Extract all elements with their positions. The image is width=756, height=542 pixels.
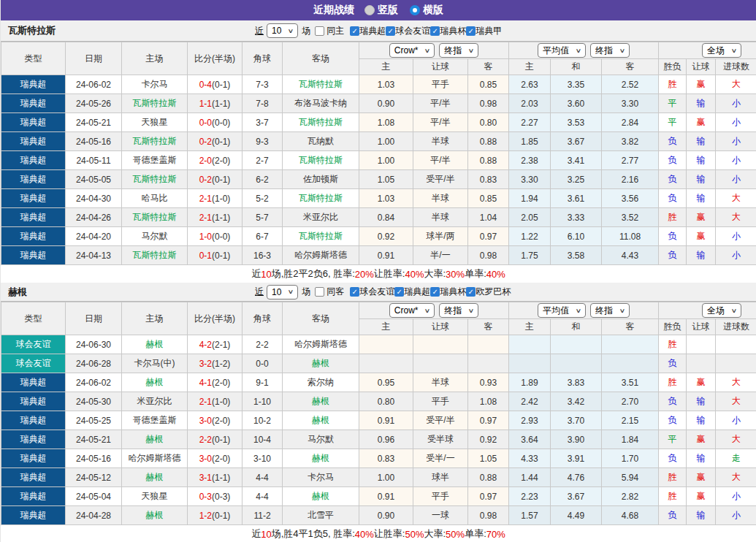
halftime-score: (0-1) <box>212 251 230 261</box>
result-cell: 负 <box>659 246 687 265</box>
home-team-name: 卡尔马(中) <box>134 358 175 368</box>
group1-select0[interactable]: 平均值∨ <box>538 43 586 58</box>
away-team: 瓦纳默 <box>283 132 359 151</box>
halftime-score: (0-0) <box>212 232 230 242</box>
corners-cell: 0-0 <box>243 354 283 373</box>
avg-odds-cell: 2.93 <box>509 411 551 430</box>
result-cell: 负 <box>659 132 687 151</box>
crow-odds-cell: 半球 <box>413 132 468 151</box>
filter-checkbox-同主[interactable]: 同主 <box>315 25 344 37</box>
group0-select0[interactable]: Crow*∨ <box>389 303 435 318</box>
away-team-name: 瓦斯特拉斯 <box>299 155 343 165</box>
checkbox-checked-icon[interactable]: ✓ <box>466 26 476 36</box>
filter-checkbox-瑞典超[interactable]: ✓瑞典超 <box>350 25 386 37</box>
games-count-select[interactable]: 10∨ <box>267 23 298 38</box>
filter-checkbox-瑞典甲[interactable]: ✓瑞典甲 <box>466 25 502 37</box>
checkbox-checked-icon[interactable]: ✓ <box>386 26 395 36</box>
filter-bar: 近10∨场同主✓瑞典超✓球会友谊✓瑞典杯✓瑞典甲 <box>255 20 502 41</box>
fulltime-score: 1-2 <box>199 511 212 521</box>
filter-checkbox-球会友谊[interactable]: ✓球会友谊 <box>386 25 430 37</box>
avg-odds-cell: 2.63 <box>509 75 551 94</box>
group2-select0[interactable]: 全场∨ <box>702 43 741 58</box>
filter-checkbox-瑞典超[interactable]: ✓瑞典超 <box>394 286 430 298</box>
crow-odds-cell: 0.98 <box>468 506 509 525</box>
avg-odds-cell: 3.52 <box>602 208 659 227</box>
fulltime-score: 2-1 <box>199 213 212 223</box>
near-games-link[interactable]: 近 <box>255 25 264 37</box>
matches-table: 类型日期主场比分(半场)角球客场Crow*∨终指∨平均值∨终指∨全场∨主让球客主… <box>1 302 756 525</box>
group0-select0[interactable]: Crow*∨ <box>389 43 435 58</box>
score-cell: 1-0(0-0) <box>188 227 243 246</box>
group1-select0[interactable]: 平均值∨ <box>538 303 586 318</box>
radio-selected-icon[interactable] <box>410 5 420 15</box>
col-header: 类型 <box>1 42 66 75</box>
score-cell: 4-1(2-0) <box>188 373 243 392</box>
crow-odds-cell: 0.85 <box>468 75 509 94</box>
match-date: 24-04-28 <box>66 506 122 525</box>
filter-checkbox-同客[interactable]: 同客 <box>315 286 344 298</box>
checkbox-label: 瑞典杯 <box>440 286 466 298</box>
subcol-header: 主 <box>359 319 413 335</box>
league-badge: 瑞典超 <box>1 189 66 208</box>
checkbox-icon[interactable] <box>315 287 324 297</box>
chevron-down-icon: ∨ <box>424 47 431 54</box>
checkbox-checked-icon[interactable]: ✓ <box>430 287 440 297</box>
filter-checkbox-瑞典杯[interactable]: ✓瑞典杯 <box>430 286 466 298</box>
filter-checkbox-球会友谊[interactable]: ✓球会友谊 <box>350 286 394 298</box>
away-team: 马尔默 <box>283 430 359 449</box>
odds-group-selects: Crow*∨终指∨ <box>359 43 508 58</box>
league-badge: 瑞典超 <box>1 506 66 525</box>
result-cell: 输 <box>687 170 716 189</box>
checkbox-checked-icon[interactable]: ✓ <box>430 26 440 36</box>
crow-odds-cell: 半球 <box>413 373 468 392</box>
home-team-name: 赫根 <box>146 434 164 444</box>
avg-odds-cell <box>551 354 602 373</box>
corners-cell: 10-2 <box>243 411 283 430</box>
checkbox-checked-icon[interactable]: ✓ <box>350 26 359 36</box>
halftime-score: (0-0) <box>212 118 230 128</box>
crow-odds-cell: 半球 <box>413 208 468 227</box>
away-team: 瓦斯特拉斯 <box>283 227 359 246</box>
result-cell: 负 <box>659 506 687 525</box>
home-team-name: 赫根 <box>146 339 164 349</box>
result-cell: 赢 <box>687 373 716 392</box>
subcol-header: 让球 <box>687 59 716 75</box>
score-cell: 3-0(2-0) <box>188 411 243 430</box>
home-team: 赫根 <box>122 468 188 487</box>
odds-group-selects: Crow*∨终指∨ <box>359 303 508 318</box>
subcol-header: 胜负 <box>659 59 687 75</box>
radio-unselected-icon[interactable] <box>364 5 375 15</box>
checkbox-icon[interactable] <box>315 26 324 36</box>
group1-select1[interactable]: 终指∨ <box>590 303 630 318</box>
corners-cell: 6-2 <box>243 170 283 189</box>
checkbox-checked-icon[interactable]: ✓ <box>466 287 476 297</box>
near-games-link[interactable]: 近 <box>255 286 264 298</box>
checkbox-label: 瑞典超 <box>404 286 430 298</box>
crow-odds-cell: 平/半 <box>413 113 468 132</box>
group1-select1[interactable]: 终指∨ <box>590 43 630 58</box>
match-row: 瑞典超24-05-25哥德堡盖斯3-0(2-0)10-2赫根0.91受平/半0.… <box>1 411 756 430</box>
filter-checkbox-瑞典杯[interactable]: ✓瑞典杯 <box>430 25 466 37</box>
filter-checkbox-欧罗巴杯[interactable]: ✓欧罗巴杯 <box>466 286 511 298</box>
avg-odds-cell: 3.41 <box>551 151 602 170</box>
checkbox-checked-icon[interactable]: ✓ <box>394 287 404 297</box>
group0-select1[interactable]: 终指∨ <box>439 303 478 318</box>
fulltime-score: 3-2 <box>199 359 212 369</box>
group0-select1[interactable]: 终指∨ <box>439 43 478 58</box>
avg-odds-cell: 3.58 <box>551 246 602 265</box>
chevron-down-icon: ∨ <box>619 308 626 314</box>
fulltime-score: 0-2 <box>199 137 212 147</box>
result-cell <box>716 354 756 373</box>
group2-select0[interactable]: 全场∨ <box>702 303 741 318</box>
home-team: 卡尔马(中) <box>122 354 188 373</box>
summary-segment: 大率: <box>424 267 446 280</box>
away-team: 瓦斯特拉斯 <box>283 151 359 170</box>
home-team: 天狼星 <box>122 113 188 132</box>
checkbox-checked-icon[interactable]: ✓ <box>350 287 359 297</box>
radio-vertical-layout[interactable]: 竖版 <box>364 4 398 17</box>
radio-horizontal-layout[interactable]: 横版 <box>410 4 443 17</box>
matches-table-container: 类型日期主场比分(半场)角球客场Crow*∨终指∨平均值∨终指∨全场∨主让球客主… <box>1 42 756 265</box>
avg-odds-cell: 3.67 <box>551 132 602 151</box>
summary-segment: 单率: <box>465 267 486 280</box>
games-count-select[interactable]: 10∨ <box>267 285 298 299</box>
